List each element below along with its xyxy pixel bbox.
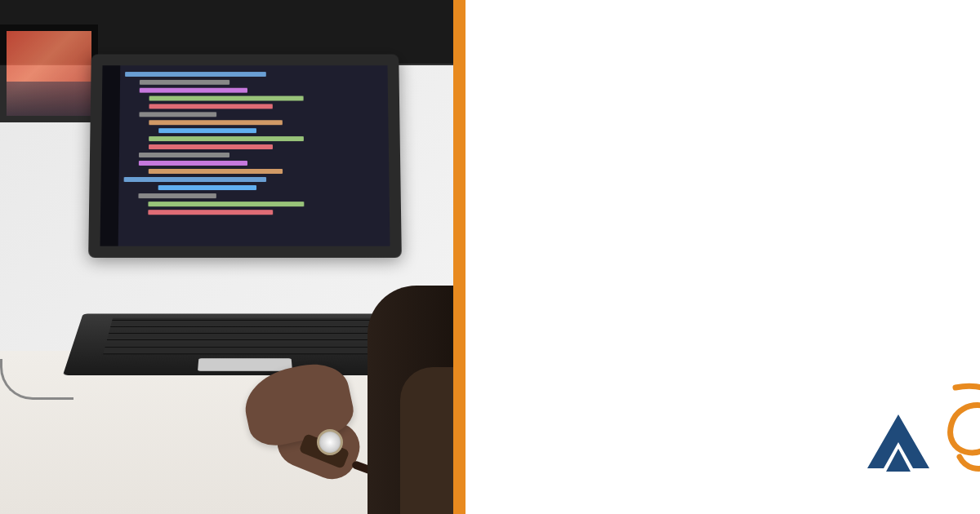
brand-logo-icon [858,408,939,481]
trackpad [198,358,292,370]
text-panel: Frequently Used Useful VBScript Function… [466,0,980,514]
laptop-screen [88,55,402,258]
person-arm-right [368,286,466,514]
editor-sidebar [100,65,120,246]
framed-picture [0,24,98,122]
banner-container: Frequently Used Useful VBScript Function… [0,0,980,514]
code-editor-area [123,72,384,240]
photo-panel [0,0,466,514]
watch-face [317,429,343,455]
